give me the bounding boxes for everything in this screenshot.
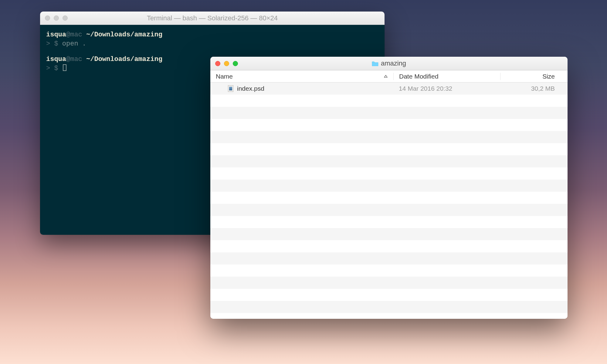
finder-titlebar[interactable]: amazing — [210, 57, 568, 70]
empty-row — [210, 107, 568, 119]
empty-row — [210, 192, 568, 204]
terminal-titlebar[interactable]: Terminal — bash — Solarized-256 — 80×24 — [40, 12, 385, 25]
sort-ascending-icon[interactable] — [384, 75, 388, 78]
empty-row — [210, 313, 568, 319]
prompt-arrow: > — [46, 65, 54, 72]
finder-window: amazing Name Date Modified Size index.ps… — [210, 57, 568, 319]
empty-row — [210, 228, 568, 240]
file-row[interactable]: index.psd 14 Mar 2016 20:32 30,2 MB — [210, 83, 568, 95]
column-header-name[interactable]: Name — [210, 73, 393, 80]
empty-row — [210, 265, 568, 277]
empty-row — [210, 216, 568, 228]
empty-row — [210, 143, 568, 155]
empty-row — [210, 180, 568, 192]
close-icon[interactable] — [45, 15, 50, 21]
empty-row — [210, 167, 568, 180]
empty-row — [210, 131, 568, 143]
prompt-at: @ — [66, 31, 70, 39]
empty-row — [210, 252, 568, 265]
prompt-host: mac — [70, 56, 86, 63]
empty-row — [210, 240, 568, 252]
prompt-at: @ — [66, 56, 70, 63]
finder-title: amazing — [381, 59, 406, 67]
prompt-user: isqua — [46, 31, 66, 39]
blank-line — [46, 48, 378, 55]
column-size-label: Size — [542, 73, 555, 80]
file-date: 14 Mar 2016 20:32 — [393, 85, 500, 92]
column-header-date[interactable]: Date Modified — [393, 73, 500, 80]
finder-title-wrap: amazing — [210, 59, 568, 67]
prompt-arrow: > — [46, 40, 54, 48]
empty-row — [210, 119, 568, 131]
column-date-label: Date Modified — [399, 73, 439, 80]
prompt-host: mac — [70, 31, 86, 39]
prompt-dollar: $ — [54, 65, 62, 72]
prompt-dollar: $ — [54, 40, 62, 48]
terminal-title: Terminal — bash — Solarized-256 — 80×24 — [40, 14, 385, 22]
column-header-row: Name Date Modified Size — [210, 70, 568, 83]
column-header-size[interactable]: Size — [500, 73, 564, 80]
empty-row — [210, 155, 568, 167]
folder-icon — [372, 61, 378, 66]
terminal-line: isqua@mac ~/Downloads/amazing — [46, 30, 378, 39]
terminal-line: > $ open . — [46, 39, 378, 49]
column-name-label: Name — [216, 73, 233, 80]
file-size: 30,2 MB — [500, 85, 564, 92]
prompt-user: isqua — [46, 56, 66, 63]
maximize-icon[interactable] — [63, 15, 68, 21]
prompt-path: ~/Downloads/amazing — [86, 31, 162, 39]
psd-file-icon — [228, 85, 233, 92]
empty-row — [210, 204, 568, 216]
prompt-path: ~/Downloads/amazing — [86, 56, 162, 63]
minimize-icon[interactable] — [54, 15, 59, 21]
empty-row — [210, 301, 568, 313]
empty-row — [210, 95, 568, 107]
file-name-cell: index.psd — [210, 85, 393, 92]
empty-row — [210, 289, 568, 301]
cursor-icon — [63, 64, 66, 71]
file-name: index.psd — [237, 85, 264, 92]
traffic-lights — [45, 15, 68, 21]
finder-body[interactable]: index.psd 14 Mar 2016 20:32 30,2 MB — [210, 83, 568, 319]
empty-row — [210, 277, 568, 289]
prompt-command: open . — [62, 40, 86, 48]
